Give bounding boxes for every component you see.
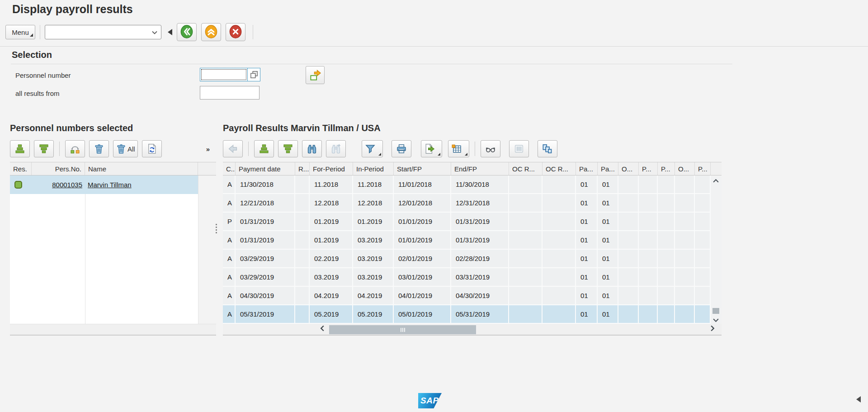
back-button[interactable] — [223, 140, 243, 157]
header-divider — [0, 46, 868, 47]
command-field[interactable] — [45, 25, 161, 39]
value-help-icon — [249, 70, 259, 80]
display-button[interactable] — [481, 140, 500, 157]
value-help-button[interactable] — [248, 68, 260, 81]
table-cell: 01/31/2019 — [451, 231, 509, 250]
menu-button[interactable]: Menu — [5, 25, 35, 39]
column-header[interactable]: C... — [223, 162, 236, 175]
column-header[interactable]: O... — [675, 162, 695, 175]
multiple-selection-button[interactable] — [306, 66, 325, 84]
scroll-down-button[interactable] — [712, 317, 719, 324]
table-cell — [542, 287, 576, 305]
table-row[interactable]: 80001035 Marvin Tillman — [10, 175, 198, 194]
sort-ascending-button[interactable] — [10, 140, 30, 157]
table-cell — [675, 250, 695, 268]
choose-layout-button[interactable] — [448, 140, 469, 157]
payroll-panel: Payroll Results Marvin Tillman / USA C..… — [223, 123, 722, 336]
horizontal-scrollbar — [223, 324, 722, 336]
column-separator — [85, 175, 85, 324]
table-row[interactable]: A05/31/201905.201905.201905/01/201905/31… — [223, 305, 711, 324]
all-results-from-label: all results from — [15, 90, 60, 97]
table-row[interactable]: A04/30/201904.201904.201904/01/201904/30… — [223, 287, 711, 305]
column-header[interactable]: O... — [618, 162, 639, 175]
selection-rule — [11, 64, 732, 64]
table-row[interactable]: P01/31/201901.201901.201901/01/201901/31… — [223, 213, 711, 231]
dropdown-corner-icon — [438, 153, 440, 156]
column-header[interactable]: P... — [695, 162, 711, 175]
table-cell — [295, 194, 310, 213]
payroll-toolbar — [223, 140, 722, 158]
exit-button[interactable] — [201, 23, 221, 41]
table-row[interactable]: A12/21/201812.201812.201812/01/201812/31… — [223, 194, 711, 213]
column-header[interactable]: Pa... — [598, 162, 618, 175]
personnel-number-input[interactable] — [200, 68, 248, 81]
table-cell — [542, 213, 576, 231]
column-header[interactable]: Pa... — [576, 162, 598, 175]
table-cell: 12/21/2018 — [236, 194, 295, 213]
column-header[interactable]: P... — [639, 162, 658, 175]
table-cell — [639, 194, 658, 213]
cancel-button[interactable] — [226, 23, 245, 41]
export-button[interactable] — [421, 140, 442, 157]
table-row[interactable]: A03/29/201903.201903.201903/01/201903/31… — [223, 268, 711, 287]
vertical-scroll-thumb[interactable] — [712, 308, 719, 314]
table-cell — [675, 287, 695, 305]
column-settings-button[interactable] — [509, 140, 529, 157]
swap-selection-button[interactable] — [65, 140, 85, 157]
panel-splitter-handle[interactable] — [216, 224, 217, 233]
column-header[interactable]: Name — [85, 162, 198, 175]
personnel-toolbar: All» — [10, 140, 216, 158]
column-header[interactable]: Pers.No. — [32, 162, 85, 175]
more-buttons-button[interactable]: » — [202, 140, 213, 157]
table-row[interactable]: A11/30/201811.201811.201811/01/201811/30… — [223, 175, 711, 194]
back-button[interactable] — [177, 23, 197, 41]
dropdown-corner-icon — [465, 153, 467, 156]
table-cell: 02/28/2019 — [451, 250, 509, 268]
sort-descending-button[interactable] — [278, 140, 298, 157]
table-cell: 12.2018 — [310, 194, 353, 213]
expand-side-panel-icon[interactable] — [856, 396, 861, 403]
column-header[interactable]: R... — [295, 162, 310, 175]
filter-button[interactable] — [362, 140, 383, 157]
table-cell — [618, 213, 639, 231]
column-header[interactable]: P... — [658, 162, 675, 175]
table-cell: 12/31/2018 — [451, 194, 509, 213]
table-row[interactable]: A03/29/201902.201903.201902/01/201902/28… — [223, 250, 711, 268]
delete-button[interactable] — [89, 140, 109, 157]
sort-ascending-button[interactable] — [254, 140, 274, 157]
views-button[interactable] — [538, 140, 557, 157]
column-header[interactable]: Start/FP — [394, 162, 451, 175]
sort-descending-button[interactable] — [34, 140, 54, 157]
result-status-cell — [10, 175, 32, 194]
find-next-button[interactable] — [326, 140, 346, 157]
column-header[interactable]: In-Period — [353, 162, 394, 175]
find-button[interactable] — [302, 140, 322, 157]
column-header[interactable]: Res. — [10, 162, 32, 175]
table-cell: 03.2019 — [353, 250, 394, 268]
sort-ascending-icon — [14, 143, 26, 154]
column-header[interactable]: For-Period — [310, 162, 353, 175]
binoculars-icon — [306, 143, 318, 154]
print-button[interactable] — [392, 140, 411, 157]
table-cell — [658, 213, 675, 231]
collapse-toolbar-icon[interactable] — [168, 29, 172, 35]
scroll-left-button[interactable] — [320, 325, 325, 333]
column-header[interactable]: Payment date — [236, 162, 295, 175]
scroll-up-button[interactable] — [712, 178, 719, 185]
scroll-right-button[interactable] — [710, 325, 715, 333]
all-results-from-input[interactable] — [200, 86, 259, 99]
table-cell: 03/31/2019 — [451, 268, 509, 287]
employee-name-link[interactable]: Marvin Tillman — [88, 181, 132, 189]
column-header[interactable]: End/FP — [451, 162, 509, 175]
table-row[interactable]: A01/31/201901.201903.201901/01/201901/31… — [223, 231, 711, 250]
glasses-icon — [485, 143, 496, 154]
horizontal-scroll-thumb[interactable] — [329, 325, 476, 334]
delete-all-button[interactable]: All — [113, 140, 138, 157]
refresh-button[interactable] — [142, 140, 162, 157]
column-header[interactable]: OC R... — [509, 162, 542, 175]
personnel-number-link[interactable]: 80001035 — [52, 181, 82, 189]
back-arrow-icon — [227, 143, 239, 154]
table-cell: 11/30/2018 — [236, 175, 295, 194]
column-header[interactable]: OC R... — [542, 162, 576, 175]
table-cell: 01/31/2019 — [236, 231, 295, 250]
